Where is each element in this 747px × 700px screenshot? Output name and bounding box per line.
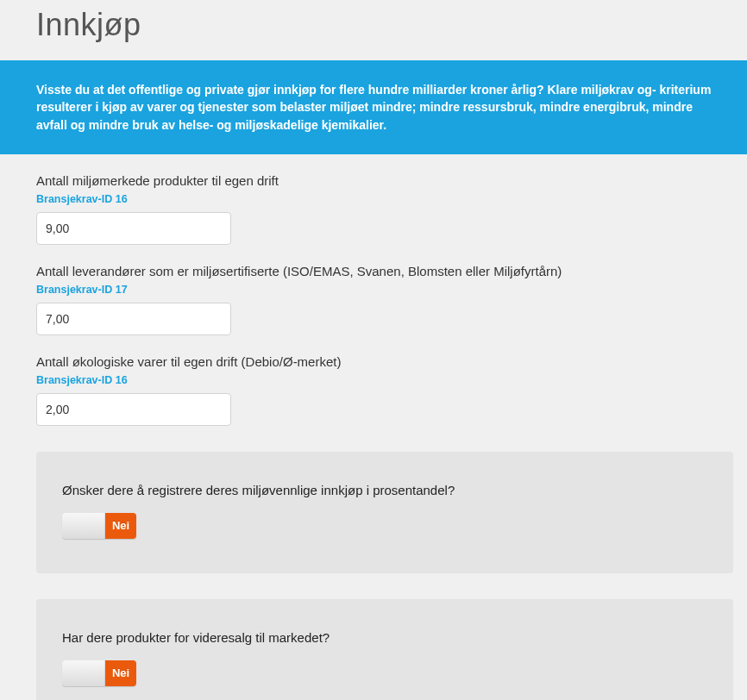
panel-register-percentage: Ønsker dere å registrere deres miljøvenn… (36, 452, 733, 573)
field-meta-link[interactable]: Bransjekrav-ID 16 (36, 374, 711, 386)
field-meta-link[interactable]: Bransjekrav-ID 17 (36, 284, 711, 296)
panel-resale-products: Har dere produkter for videresalg til ma… (36, 599, 733, 700)
info-banner: Visste du at det offentlige og private g… (0, 60, 747, 154)
field-certified-suppliers: Antall leverandører som er miljøsertifis… (0, 245, 747, 335)
field-input-eco-labeled-products[interactable] (36, 212, 231, 245)
field-input-organic-goods[interactable] (36, 393, 231, 426)
toggle-state-label: Nei (105, 513, 136, 539)
field-organic-goods: Antall økologiske varer til egen drift (… (0, 335, 747, 426)
field-label: Antall miljømerkede produkter til egen d… (36, 173, 711, 188)
field-input-certified-suppliers[interactable] (36, 303, 231, 335)
page-root: Innkjøp Visste du at det offentlige og p… (0, 0, 747, 700)
panel-question: Har dere produkter for videresalg til ma… (62, 630, 707, 645)
toggle-knob (62, 513, 105, 539)
toggle-state-label: Nei (105, 660, 136, 686)
toggle-knob (62, 660, 105, 686)
page-title: Innkjøp (0, 0, 747, 60)
form-content: Antall miljømerkede produkter til egen d… (0, 154, 747, 700)
toggle-register-percentage[interactable]: Nei (62, 513, 136, 539)
toggle-resale-products[interactable]: Nei (62, 660, 136, 686)
field-meta-link[interactable]: Bransjekrav-ID 16 (36, 193, 711, 205)
field-eco-labeled-products: Antall miljømerkede produkter til egen d… (0, 154, 747, 245)
field-label: Antall økologiske varer til egen drift (… (36, 354, 711, 369)
panel-question: Ønsker dere å registrere deres miljøvenn… (62, 483, 707, 497)
field-label: Antall leverandører som er miljøsertifis… (36, 264, 711, 278)
